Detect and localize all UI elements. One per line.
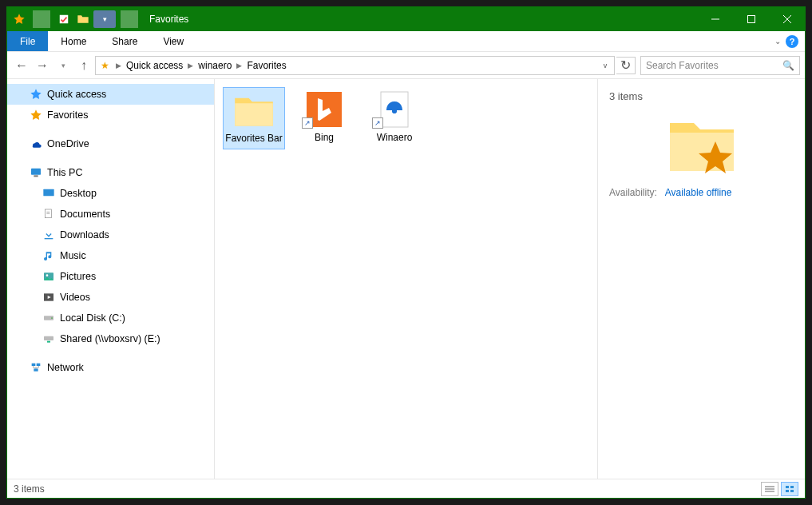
music-icon [42,249,55,262]
availability-value: Available offline [665,187,732,198]
svg-rect-31 [790,490,794,492]
nav-pictures[interactable]: Pictures [7,266,214,287]
breadcrumb-quick-access[interactable]: Quick access [125,60,184,71]
svg-rect-18 [47,341,50,343]
svg-rect-21 [34,368,38,371]
breadcrumb-winaero[interactable]: winaero [196,60,233,71]
properties-icon[interactable] [55,10,73,28]
svg-point-24 [392,109,397,113]
search-placeholder: Search Favorites [646,60,719,71]
address-dropdown-icon[interactable]: v [598,62,612,70]
up-button[interactable]: ↑ [74,56,93,75]
back-button[interactable]: ← [12,56,31,75]
star-icon [30,109,42,121]
forward-button[interactable]: → [33,56,52,75]
nav-onedrive[interactable]: OneDrive [7,133,214,154]
chevron-right-icon[interactable]: ▶ [235,62,244,70]
desktop-icon [42,187,55,200]
titlebar: ▾ Favorites [7,7,805,31]
svg-point-16 [51,317,53,319]
close-button[interactable] [769,7,805,31]
svg-rect-30 [786,490,789,492]
search-input[interactable]: Search Favorites 🔍 [640,56,800,75]
disk-icon [42,312,55,324]
refresh-button[interactable]: ↻ [616,57,636,74]
network-drive-icon [42,332,55,345]
details-pane: 3 items Availability: Available offline [597,79,805,479]
videos-icon [42,291,55,304]
nav-favorites[interactable]: Favorites [7,105,214,125]
nav-documents[interactable]: Documents [7,204,214,225]
address-bar: ← → ▾ ↑ ★ ▶ Quick access ▶ winaero ▶ Fav… [7,52,805,79]
nav-desktop[interactable]: Desktop [7,183,214,204]
svg-point-13 [46,274,49,276]
ribbon-tabs: File Home Share View ⌄ ? [7,31,805,52]
svg-rect-5 [31,169,41,175]
nav-music[interactable]: Music [7,245,214,266]
nav-downloads[interactable]: Downloads [7,225,214,245]
svg-rect-0 [60,15,69,24]
nav-network[interactable]: Network [7,357,214,378]
availability-label: Availability: [609,187,657,198]
nav-local-disk[interactable]: Local Disk (C:) [7,308,214,328]
nav-this-pc[interactable]: This PC [7,162,214,183]
item-winaero[interactable]: ↗ Winaero [363,87,426,148]
chevron-right-icon[interactable]: ▶ [186,62,195,70]
documents-icon [42,208,55,221]
svg-rect-17 [44,336,53,340]
svg-rect-20 [37,364,41,366]
svg-rect-2 [747,16,755,23]
quick-access-toolbar: ▾ [7,10,145,28]
details-view-button[interactable] [761,482,778,496]
svg-rect-11 [45,238,53,239]
item-label: Favorites Bar [225,133,282,144]
network-icon [30,361,42,374]
minimize-button[interactable] [697,7,733,31]
icons-view-button[interactable] [781,482,798,496]
onedrive-icon [30,137,42,150]
pictures-icon [42,270,55,283]
downloads-icon [42,229,55,241]
item-bing[interactable]: ↗ Bing [293,87,355,148]
favorites-path-icon: ★ [101,60,109,71]
customize-qat-icon[interactable]: ▾ [93,10,116,28]
address-box[interactable]: ★ ▶ Quick access ▶ winaero ▶ Favorites v [95,56,615,75]
navigation-pane: Quick access Favorites OneDrive This PC … [7,79,215,479]
svg-rect-7 [43,189,53,197]
tab-share[interactable]: Share [99,31,150,51]
shortcut-overlay-icon: ↗ [372,117,383,129]
details-item-count: 3 items [609,90,794,102]
status-bar: 3 items [7,479,805,498]
recent-locations-icon[interactable]: ▾ [53,56,73,75]
svg-rect-6 [34,175,38,177]
status-item-count: 3 items [14,483,45,495]
expand-ribbon-icon[interactable]: ⌄ [774,37,781,46]
item-label: Winaero [377,132,413,143]
help-icon[interactable]: ? [786,35,798,48]
search-icon[interactable]: 🔍 [782,60,794,71]
nav-quick-access[interactable]: Quick access [7,84,214,105]
tab-view[interactable]: View [150,31,196,51]
tab-home[interactable]: Home [48,31,99,51]
nav-shared[interactable]: Shared (\\vboxsrv) (E:) [7,328,214,349]
maximize-button[interactable] [733,7,769,31]
star-icon[interactable] [10,10,28,28]
nav-videos[interactable]: Videos [7,287,214,308]
svg-rect-19 [32,364,36,366]
explorer-window: ▾ Favorites File Home Share View ⌄ ? ← →… [6,6,806,499]
items-view: Favorites Bar ↗ Bing ↗ Winaero [215,79,597,479]
breadcrumb-favorites[interactable]: Favorites [245,60,287,71]
tab-file[interactable]: File [7,31,48,51]
quick-access-icon [30,88,42,101]
shortcut-overlay-icon: ↗ [302,117,313,129]
favorites-folder-icon [666,113,738,177]
svg-rect-28 [786,486,789,488]
window-title: Favorites [149,14,188,25]
svg-rect-29 [790,486,794,488]
chevron-right-icon[interactable]: ▶ [114,62,123,70]
folder-icon[interactable] [74,10,92,28]
pc-icon [30,166,42,179]
item-favorites-bar[interactable]: Favorites Bar [223,87,285,149]
item-label: Bing [315,132,334,143]
